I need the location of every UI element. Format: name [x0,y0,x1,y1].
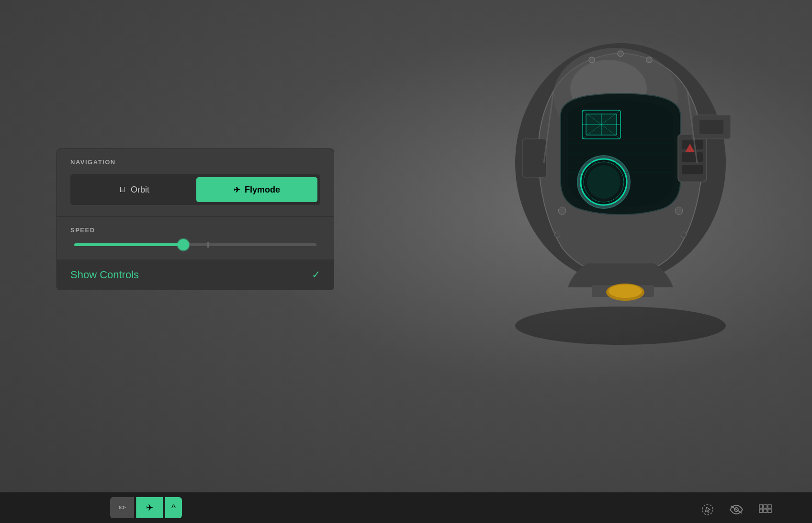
cursor-tool-icon[interactable] [699,501,716,518]
svg-point-26 [558,207,566,215]
svg-point-29 [681,232,687,238]
svg-point-14 [587,165,620,199]
svg-rect-43 [759,509,763,512]
expand-tool-button[interactable]: ^ [165,497,182,518]
3d-model-display [439,19,764,354]
toolbar-left-group: ✏ ✈ ^ [110,497,182,518]
navigation-panel: NAVIGATION 🖥 Orbit ✈ Flymode SPEED Show … [56,148,334,290]
svg-point-28 [554,232,560,238]
toolbar-right-group [699,501,774,518]
speed-slider-track[interactable] [74,243,316,246]
speed-section: SPEED [57,217,334,260]
svg-rect-42 [768,505,771,508]
flymode-tool-button[interactable]: ✈ [136,497,163,518]
flymode-button[interactable]: ✈ Flymode [196,177,317,202]
fly-tool-icon: ✈ [146,502,153,513]
svg-point-0 [515,307,726,345]
svg-rect-21 [699,120,723,134]
slider-tick-1 [207,242,209,248]
orbit-mode-button[interactable]: 🖥 Orbit [73,177,194,202]
hide-icon[interactable] [728,501,745,518]
svg-point-30 [589,57,595,63]
flymode-label: Flymode [245,185,280,195]
chevron-up-icon: ^ [171,503,175,513]
show-controls-label: Show Controls [70,269,139,281]
pencil-tool-button[interactable]: ✏ [110,497,134,518]
svg-point-37 [702,504,713,515]
flymode-icon: ✈ [234,185,240,194]
orbit-label: Orbit [131,185,149,195]
svg-point-27 [675,207,683,215]
speed-slider-thumb[interactable] [178,239,189,250]
svg-point-31 [618,51,623,57]
nav-mode-section: NAVIGATION 🖥 Orbit ✈ Flymode [57,149,334,217]
svg-rect-45 [768,509,771,512]
show-controls-section[interactable]: Show Controls ✓ [57,260,334,290]
svg-rect-17 [682,152,703,162]
svg-point-25 [609,284,642,298]
pencil-icon: ✏ [119,502,126,513]
speed-section-label: SPEED [70,227,320,234]
grid-icon[interactable] [756,501,774,518]
svg-rect-22 [522,139,546,177]
speed-slider-fill [74,243,183,246]
bottom-toolbar: ✏ ✈ ^ [0,492,812,523]
show-controls-checkmark: ✓ [312,269,320,281]
svg-rect-44 [764,509,767,512]
svg-rect-41 [764,505,767,508]
svg-point-32 [646,57,652,63]
svg-rect-40 [759,505,763,508]
mode-button-group: 🖥 Orbit ✈ Flymode [70,174,320,205]
svg-rect-18 [682,165,703,174]
speed-slider-container [70,243,320,246]
orbit-icon: 🖥 [118,185,126,194]
navigation-section-label: NAVIGATION [70,159,320,166]
